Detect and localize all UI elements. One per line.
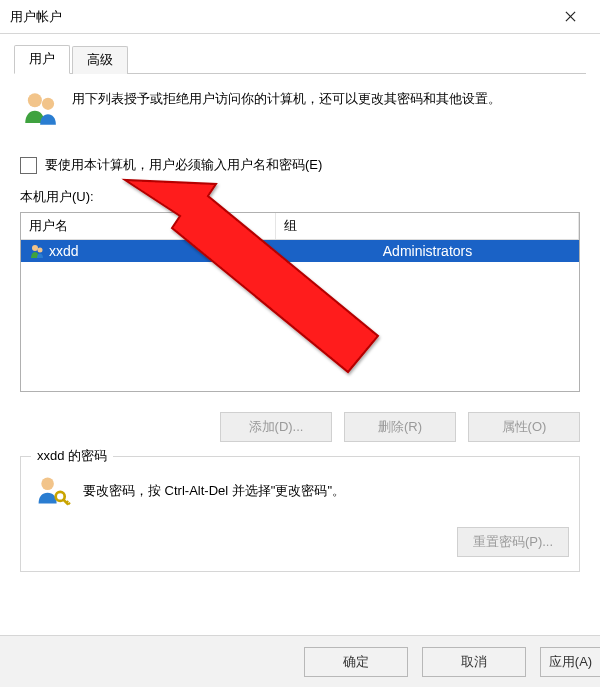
cell-group: Administrators (276, 243, 579, 259)
column-group[interactable]: 组 (276, 213, 579, 239)
tab-users[interactable]: 用户 (14, 45, 70, 74)
reset-password-button[interactable]: 重置密码(P)... (457, 527, 569, 557)
require-login-label: 要使用本计算机，用户必须输入用户名和密码(E) (45, 156, 322, 174)
key-user-icon (35, 473, 71, 509)
svg-point-6 (41, 478, 54, 491)
svg-point-3 (42, 98, 54, 110)
user-list[interactable]: 用户名 组 xxdd Administrators (20, 212, 580, 392)
password-text: 要改密码，按 Ctrl-Alt-Del 并选择"更改密码"。 (83, 482, 345, 500)
remove-button[interactable]: 删除(R) (344, 412, 456, 442)
svg-point-2 (28, 93, 42, 107)
user-icon (29, 243, 45, 259)
close-button[interactable] (548, 3, 592, 31)
svg-point-4 (32, 245, 38, 251)
properties-button[interactable]: 属性(O) (468, 412, 580, 442)
intro-row: 用下列表授予或拒绝用户访问你的计算机，还可以更改其密码和其他设置。 (20, 88, 580, 130)
password-buttons: 重置密码(P)... (31, 527, 569, 557)
column-username[interactable]: 用户名 (21, 213, 276, 239)
tab-advanced[interactable]: 高级 (72, 46, 128, 74)
cancel-button[interactable]: 取消 (422, 647, 526, 677)
password-legend: xxdd 的密码 (31, 447, 113, 465)
password-groupbox: xxdd 的密码 要改密码，按 Ctrl-Alt-Del 并选择"更改密码"。 … (20, 456, 580, 572)
list-item[interactable]: xxdd Administrators (21, 240, 579, 262)
list-buttons: 添加(D)... 删除(R) 属性(O) (20, 412, 580, 442)
close-icon (565, 11, 576, 22)
cell-username-text: xxdd (49, 243, 79, 259)
client-area: 用户 高级 用下列表授予或拒绝用户访问你的计算机，还可以更改其密码和其他设置。 … (0, 34, 600, 572)
checkbox-row: 要使用本计算机，用户必须输入用户名和密码(E) (20, 156, 580, 174)
users-icon (20, 88, 62, 130)
require-login-checkbox[interactable] (20, 157, 37, 174)
add-button[interactable]: 添加(D)... (220, 412, 332, 442)
dialog-footer: 确定 取消 应用(A) (0, 635, 600, 687)
cell-username: xxdd (21, 243, 276, 259)
window-title: 用户帐户 (10, 8, 548, 26)
apply-button[interactable]: 应用(A) (540, 647, 600, 677)
ok-button[interactable]: 确定 (304, 647, 408, 677)
tab-strip: 用户 高级 (14, 46, 586, 74)
user-list-label: 本机用户(U): (20, 188, 580, 206)
password-row: 要改密码，按 Ctrl-Alt-Del 并选择"更改密码"。 (31, 473, 569, 509)
intro-text: 用下列表授予或拒绝用户访问你的计算机，还可以更改其密码和其他设置。 (72, 88, 501, 110)
title-bar: 用户帐户 (0, 0, 600, 34)
svg-point-5 (38, 248, 43, 253)
list-body: xxdd Administrators (21, 240, 579, 391)
list-header: 用户名 组 (21, 213, 579, 240)
